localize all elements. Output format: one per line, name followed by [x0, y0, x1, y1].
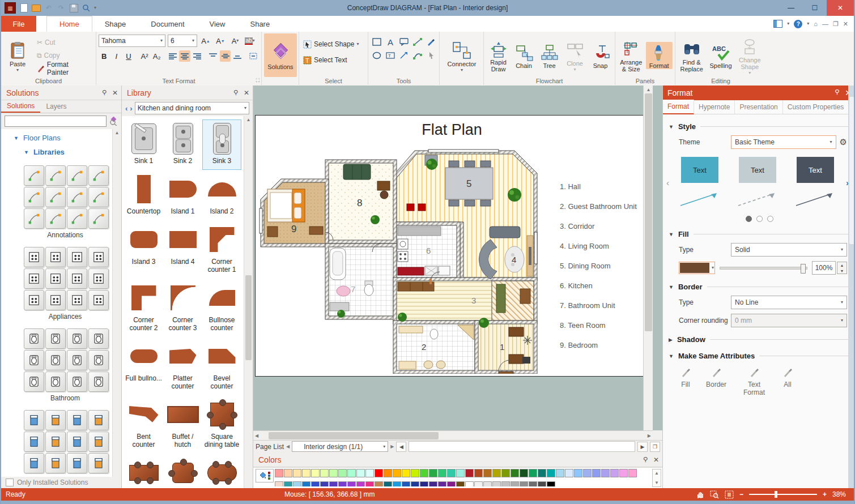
- tab-shape[interactable]: Shape: [92, 16, 139, 32]
- shape-cell[interactable]: [24, 453, 44, 473]
- make-same-textformat-button[interactable]: Text Format: [741, 367, 767, 396]
- shape-cell[interactable]: [45, 410, 66, 430]
- copy-button[interactable]: ⧉Copy: [35, 49, 93, 62]
- theme-preview-3[interactable]: Text: [788, 157, 843, 208]
- color-swatch[interactable]: [420, 469, 428, 477]
- chain-button[interactable]: Chain: [512, 42, 536, 69]
- curve-tool-icon[interactable]: [411, 49, 424, 62]
- shrink-font-button[interactable]: A▼: [214, 35, 227, 46]
- library-item[interactable]: [202, 454, 241, 488]
- border-section-header[interactable]: ▼Border: [669, 283, 850, 291]
- hypernote-tab[interactable]: Hypernote: [694, 100, 735, 114]
- shape-cell[interactable]: [88, 350, 109, 370]
- format-panel-button[interactable]: Format: [646, 42, 673, 69]
- pen-tool-icon[interactable]: [425, 36, 437, 48]
- page-overview-icon[interactable]: ❐: [650, 442, 660, 452]
- solutions-search-icon[interactable]: [109, 117, 118, 126]
- shape-cell[interactable]: [24, 371, 44, 392]
- color-swatch[interactable]: [483, 469, 492, 477]
- presentation-tab[interactable]: Presentation: [735, 100, 782, 114]
- canvas-hscrollbar[interactable]: ◀▶: [253, 430, 653, 441]
- color-swatch[interactable]: [275, 481, 283, 486]
- only-installed-checkbox[interactable]: [6, 479, 14, 486]
- library-item[interactable]: Corner counter 3: [163, 279, 202, 337]
- arrange-size-button[interactable]: Arrange & Size: [618, 39, 645, 72]
- color-swatch[interactable]: [483, 481, 492, 486]
- color-swatch[interactable]: [384, 469, 392, 477]
- theme-preview-1[interactable]: Text: [673, 157, 727, 208]
- callout-tool-icon[interactable]: [398, 36, 410, 48]
- shape-cell[interactable]: [88, 208, 109, 229]
- shape-cell[interactable]: [24, 350, 44, 370]
- floor-plan[interactable]: 1 2 3 4 5 6 7 8 9: [258, 147, 542, 374]
- color-swatch[interactable]: [511, 469, 519, 477]
- shape-cell[interactable]: [67, 328, 87, 349]
- color-swatch[interactable]: [492, 469, 501, 477]
- color-swatch[interactable]: [384, 481, 392, 486]
- solutions-scrollbar[interactable]: ▲▼: [112, 129, 121, 488]
- page-tab-strip[interactable]: [409, 441, 635, 452]
- color-swatch[interactable]: [456, 469, 465, 477]
- color-swatch[interactable]: [583, 469, 592, 477]
- solutions-button[interactable]: Solutions: [264, 33, 297, 77]
- shape-cell[interactable]: [24, 247, 44, 267]
- solutions-search-input[interactable]: [5, 116, 107, 127]
- page-tab-scroll-left[interactable]: ◀: [396, 442, 406, 452]
- tab-share[interactable]: Share: [237, 16, 282, 32]
- shoe-box[interactable]: [522, 357, 530, 364]
- shape-cell[interactable]: [67, 268, 87, 289]
- shape-cell[interactable]: [24, 432, 44, 452]
- gear-icon[interactable]: ⚙: [840, 137, 847, 147]
- library-item-selected[interactable]: Sink 3: [202, 119, 241, 170]
- line-tool-icon[interactable]: [411, 36, 424, 48]
- solutions-tab[interactable]: Solutions: [1, 100, 40, 113]
- shape-cell[interactable]: [88, 328, 109, 349]
- pin-icon[interactable]: ⚲: [102, 89, 107, 96]
- help-dropdown-icon[interactable]: ▾: [807, 22, 809, 25]
- color-swatch[interactable]: [474, 481, 483, 486]
- text-autofit-button[interactable]: [248, 50, 259, 62]
- library-back-icon[interactable]: ‹: [125, 104, 127, 113]
- close-panel-icon[interactable]: ✕: [653, 456, 659, 464]
- color-swatch[interactable]: [429, 469, 437, 477]
- library-item[interactable]: Sink 1: [124, 119, 163, 170]
- color-swatch[interactable]: [465, 469, 474, 477]
- library-scrollbar[interactable]: ▲▼: [244, 116, 253, 488]
- color-swatch[interactable]: [411, 469, 419, 477]
- shape-cell[interactable]: [88, 453, 109, 473]
- doc-minimize-icon[interactable]: —: [822, 20, 828, 27]
- pin-icon[interactable]: ⚲: [233, 89, 238, 96]
- color-swatch[interactable]: [356, 469, 365, 477]
- color-swatch[interactable]: [447, 481, 456, 486]
- pointer-tool-icon[interactable]: [425, 49, 437, 62]
- color-swatch[interactable]: [465, 481, 474, 486]
- tab-file[interactable]: File: [1, 16, 36, 32]
- tab-home[interactable]: Home: [46, 16, 92, 32]
- color-swatch[interactable]: [556, 469, 564, 477]
- shape-cell[interactable]: [45, 208, 66, 229]
- textbox-tool-icon[interactable]: T: [384, 49, 397, 62]
- color-swatch[interactable]: [501, 481, 510, 486]
- plant[interactable]: [426, 159, 437, 170]
- italic-button[interactable]: I: [111, 50, 122, 62]
- plant[interactable]: [398, 313, 407, 322]
- page-selector[interactable]: Interior design (1/1)▾: [292, 441, 388, 452]
- panel-layout-dropdown-icon[interactable]: ▾: [787, 22, 789, 25]
- collapse-ribbon-icon[interactable]: ⌂: [814, 20, 818, 27]
- color-swatch[interactable]: [293, 481, 301, 486]
- border-type-selector[interactable]: No Line▾: [731, 296, 847, 309]
- make-same-section-header[interactable]: ▼Make Same Attributes: [669, 352, 850, 360]
- color-swatch[interactable]: [302, 481, 310, 486]
- color-swatch[interactable]: [592, 469, 601, 477]
- shape-cell[interactable]: [88, 165, 109, 186]
- color-swatch[interactable]: [302, 469, 310, 477]
- storage-cabinet[interactable]: [520, 289, 530, 304]
- color-swatch[interactable]: [338, 469, 347, 477]
- theme-preview-2[interactable]: Text: [730, 157, 785, 208]
- align-left-button[interactable]: [167, 50, 178, 62]
- ellipse-tool-icon[interactable]: [371, 49, 383, 62]
- format-tab[interactable]: Format: [663, 100, 694, 114]
- color-swatch[interactable]: [447, 469, 456, 477]
- theme-pager-dots[interactable]: [663, 216, 855, 222]
- corner-rounding-selector[interactable]: 0 mm▾: [731, 314, 847, 327]
